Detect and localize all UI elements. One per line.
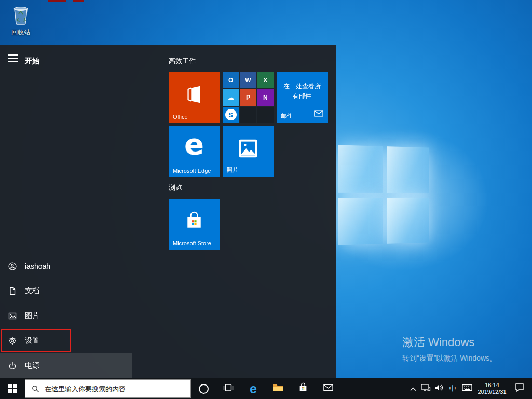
system-tray: 中 16:14 2019/12/31 [407,378,532,399]
ime-indicator-label: 中 [449,384,456,393]
taskbar-edge-button[interactable]: e [241,378,266,399]
gear-icon [0,337,25,345]
recycle-bin-shortcut[interactable]: 回收站 [6,4,35,37]
document-icon [0,287,25,295]
edge-icon: e [250,382,257,395]
activation-subtitle: 转到“设置”以激活 Windows。 [402,354,497,363]
documents-label: 文档 [25,286,39,296]
empty-tile-slot [240,107,256,123]
mail-tile-label: 邮件 [281,112,292,120]
ime-language-button[interactable]: 中 [446,378,459,399]
screen-artifact [48,0,66,2]
tile-skype[interactable]: S [223,107,239,123]
taskbar-store-button[interactable] [291,378,316,399]
cortana-button[interactable] [191,378,216,399]
touch-keyboard-icon [462,383,472,394]
volume-button[interactable] [432,378,446,399]
taskbar-search-box[interactable] [25,379,191,398]
word-icon: W [245,77,251,84]
action-center-button[interactable] [509,378,530,399]
office-apps-tile-group: O W X ☁ P N S [223,72,274,123]
rail-item-settings[interactable]: 设置 [0,328,132,353]
clock-time: 16:14 [475,382,509,389]
pictures-label: 图片 [25,311,39,321]
user-icon [0,262,25,270]
recycle-bin-label: 回收站 [6,28,35,37]
network-status-button[interactable] [419,378,432,399]
taskbar-mail-button[interactable] [316,378,340,399]
windows-logo-pane [338,198,383,245]
hamburger-menu-button[interactable] [8,54,18,62]
rail-item-documents[interactable]: 文档 [0,279,132,304]
skype-icon: S [225,109,237,120]
empty-tile-slot [257,107,274,123]
onenote-icon: N [263,94,268,101]
taskbar-clock[interactable]: 16:14 2019/12/31 [475,382,509,395]
tile-group-title-productivity: 高效工作 [169,57,196,66]
onedrive-icon: ☁ [228,94,234,101]
rail-item-user[interactable]: iashoah [0,254,132,279]
mail-icon [323,384,333,393]
windows-logo-pane [338,145,383,192]
chevron-up-icon [410,384,416,393]
start-menu: 开始 iashoah 文档 [0,45,336,378]
user-name-label: iashoah [25,262,50,270]
powerpoint-icon: P [246,94,250,101]
store-icon [298,382,308,395]
clock-date: 2019/12/31 [475,389,509,395]
task-view-button[interactable] [216,378,241,399]
folder-icon [272,383,284,394]
tile-microsoft-edge[interactable]: e Microsoft Edge [169,126,220,177]
windows-logo-icon [8,384,17,393]
tile-outlook[interactable]: O [223,72,239,88]
file-explorer-button[interactable] [266,378,291,399]
rail-item-pictures[interactable]: 图片 [0,304,132,328]
office-tile-label: Office [173,114,188,120]
task-view-icon [223,382,234,395]
search-input[interactable] [44,384,190,393]
windows-logo-pane [387,146,429,192]
pictures-icon [0,312,25,320]
speaker-icon [434,383,444,394]
outlook-icon: O [228,77,233,84]
tile-word[interactable]: W [240,72,256,88]
mail-tile-message: 在一处查看所有邮件 [281,81,323,101]
search-icon [32,385,39,393]
tile-office[interactable]: Office [169,72,220,123]
start-menu-title: 开始 [25,57,39,66]
photos-tile-label: 照片 [227,166,238,174]
touch-keyboard-button[interactable] [459,378,475,399]
tile-excel[interactable]: X [257,72,274,88]
power-label: 电源 [25,361,39,370]
settings-label: 设置 [25,336,39,346]
show-hidden-icons-button[interactable] [407,378,419,399]
tile-photos[interactable]: 照片 [223,126,274,177]
excel-icon: X [263,77,267,84]
start-rail: iashoah 文档 图片 [0,254,132,378]
edge-tile-label: Microsoft Edge [173,168,211,174]
tile-powerpoint[interactable]: P [240,89,256,105]
tile-group-title-explore: 浏览 [169,183,182,192]
tile-onedrive[interactable]: ☁ [223,89,239,105]
tile-mail[interactable]: 在一处查看所有邮件 邮件 [277,72,328,123]
screen-artifact [73,0,84,2]
power-icon [0,362,25,370]
windows-logo-wallpaper [338,145,429,245]
mail-icon [314,109,323,119]
store-tile-label: Microsoft Store [173,240,211,246]
windows-logo-pane [387,197,429,243]
edge-icon: e [169,127,220,161]
cortana-icon [199,384,209,394]
tile-microsoft-store[interactable]: Microsoft Store [169,199,220,250]
activation-title: 激活 Windows [402,335,497,350]
rail-item-power[interactable]: 电源 [0,353,132,378]
action-center-icon [515,383,524,394]
start-button[interactable] [0,378,25,399]
activation-watermark: 激活 Windows 转到“设置”以激活 Windows。 [402,335,497,363]
recycle-bin-icon [11,18,30,26]
taskbar-spacer [340,378,407,399]
taskbar: e [0,378,532,399]
ethernet-network-icon [420,383,431,394]
tile-onenote[interactable]: N [257,89,274,105]
